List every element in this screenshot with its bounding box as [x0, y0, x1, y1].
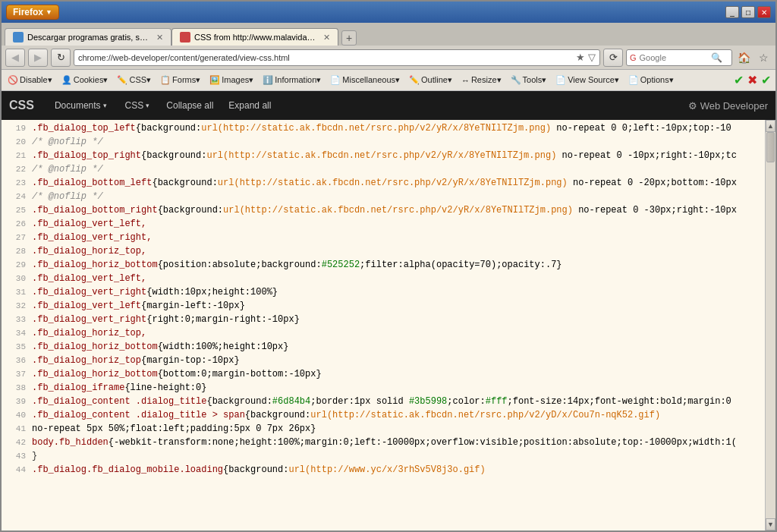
tab-2-favicon	[180, 32, 190, 42]
toolbar-view-source[interactable]: 📄 View Source▾	[554, 74, 621, 86]
tab-1[interactable]: Descargar programas gratis, software ...…	[5, 28, 171, 46]
bookmark-button[interactable]: ☆	[755, 49, 772, 66]
forward-button[interactable]: ▶	[28, 49, 48, 67]
scroll-thumb[interactable]	[766, 132, 775, 162]
css-toolbar-label: CSS	[9, 99, 34, 112]
code-line: 36.fb_dialog_horiz_top{margin-top:-10px}	[2, 354, 765, 367]
close-button[interactable]: ✕	[757, 6, 771, 18]
web-developer-label: ⚙ Web Developer	[688, 100, 768, 112]
line-content: .fb_dialog_vert_right,	[32, 231, 152, 244]
tools-icon: 🔧	[511, 75, 521, 85]
toolbar-tools[interactable]: 🔧 Tools▾	[509, 74, 549, 86]
line-content: .fb_dialog_horiz_bottom{width:100%;heigh…	[32, 340, 288, 354]
tools-label: Tools▾	[523, 75, 547, 85]
tab-bar: Descargar programas gratis, software ...…	[2, 23, 775, 46]
toolbar-information[interactable]: ℹ️ Information▾	[261, 74, 322, 86]
home-button[interactable]: 🏠	[735, 49, 752, 66]
line-content: .fb_dialog_horiz_top,	[32, 326, 146, 340]
address-bar: ◀ ▶ ↻ chrome://web-developer/content/gen…	[2, 46, 775, 70]
search-input[interactable]	[640, 53, 708, 62]
line-number: 21	[5, 149, 26, 162]
browser-window: Firefox _ □ ✕ Descargar programas gratis…	[0, 0, 777, 532]
toolbar-miscellaneous[interactable]: 📄 Miscellaneous▾	[329, 74, 401, 86]
scroll-track[interactable]	[766, 132, 775, 518]
tab-2[interactable]: CSS from http://www.malavida.com/ ✕	[171, 28, 338, 46]
resize-icon: ↔️	[461, 76, 470, 85]
line-number: 40	[5, 408, 26, 422]
code-line: 43}	[2, 449, 765, 463]
toolbar-disable[interactable]: 🚫 Disable▾	[6, 74, 54, 86]
line-number: 29	[5, 258, 26, 272]
line-content: }	[32, 449, 37, 463]
forms-label: Forms▾	[172, 75, 200, 85]
code-line: 29.fb_dialog_horiz_bottom{position:absol…	[2, 258, 765, 272]
line-content: .fb_dialog_bottom_right{background:url(h…	[32, 203, 737, 217]
search-engine-icon: G	[630, 53, 637, 62]
url-box[interactable]: chrome://web-developer/content/generated…	[74, 49, 600, 66]
scroll-down-button[interactable]: ▼	[766, 518, 775, 530]
line-number: 19	[5, 121, 26, 135]
reload-button[interactable]: ⟳	[603, 49, 623, 67]
line-content: .fb_dialog_vert_left,	[32, 272, 146, 285]
code-line: 37.fb_dialog_horiz_bottom{bottom:0;margi…	[2, 367, 765, 381]
back-button[interactable]: ◀	[5, 49, 25, 67]
toolbar-resize[interactable]: ↔️ Resize▾	[460, 74, 503, 86]
refresh-button[interactable]: ↻	[51, 49, 71, 67]
toolbar-cookies[interactable]: 👤 Cookies▾	[60, 74, 110, 86]
firefox-menu-button[interactable]: Firefox	[6, 5, 59, 20]
maximize-button[interactable]: □	[741, 6, 755, 18]
code-line: 20/* @noflip */	[2, 135, 765, 149]
toolbar-css[interactable]: ✏️ CSS▾	[115, 74, 153, 86]
css-menu-arrow-icon: ▾	[146, 102, 149, 109]
check-green-icon: ✔	[734, 73, 744, 87]
search-box[interactable]: G 🔍	[626, 49, 732, 66]
line-content: .fb_dialog_iframe{line-height:0}	[32, 381, 206, 395]
options-icon: 📄	[628, 75, 639, 85]
code-line: 38.fb_dialog_iframe{line-height:0}	[2, 381, 765, 395]
search-magnifier-icon[interactable]: 🔍	[711, 52, 722, 63]
new-tab-button[interactable]: +	[341, 30, 357, 46]
images-label: Images▾	[222, 75, 253, 85]
line-content: .fb_dialog_bottom_left{background:url(ht…	[32, 176, 737, 190]
tab-1-close[interactable]: ✕	[156, 33, 163, 42]
line-content: .fb_dialog_top_right{background:url(http…	[32, 149, 737, 162]
toolbar-outline[interactable]: ✏️ Outline▾	[407, 74, 454, 86]
scroll-up-button[interactable]: ▲	[766, 120, 775, 132]
css-label: CSS▾	[129, 75, 151, 85]
line-number: 25	[5, 203, 26, 217]
code-line: 25.fb_dialog_bottom_right{background:url…	[2, 203, 765, 217]
tab-1-favicon	[13, 32, 24, 42]
dev-toolbar: 🚫 Disable▾ 👤 Cookies▾ ✏️ CSS▾ 📋 Forms▾ 🖼…	[2, 70, 775, 91]
tab-2-close[interactable]: ✕	[323, 33, 330, 42]
css-toolbar-right: ⚙ Web Developer	[688, 100, 768, 112]
line-number: 44	[5, 463, 26, 477]
toolbar-forms[interactable]: 📋 Forms▾	[159, 74, 202, 86]
code-line: 33.fb_dialog_vert_right{right:0;margin-r…	[2, 313, 765, 326]
scrollbar[interactable]: ▲ ▼	[765, 120, 775, 530]
code-line: 22/* @noflip */	[2, 162, 765, 176]
line-content: .fb_dialog_vert_left,	[32, 217, 146, 231]
line-number: 30	[5, 272, 26, 285]
view-source-icon: 📄	[555, 75, 566, 85]
css-menu[interactable]: CSS ▾	[116, 94, 159, 117]
toolbar-images[interactable]: 🖼️ Images▾	[208, 74, 255, 86]
url-text: chrome://web-developer/content/generated…	[78, 53, 290, 62]
expand-all-button[interactable]: Expand all	[221, 97, 278, 114]
line-number: 31	[5, 285, 26, 299]
css-icon: ✏️	[117, 75, 127, 85]
code-line: 21.fb_dialog_top_right{background:url(ht…	[2, 149, 765, 162]
toolbar-options[interactable]: 📄 Options▾	[627, 74, 675, 86]
information-icon: ℹ️	[263, 75, 273, 85]
documents-menu[interactable]: Documents ▾	[46, 94, 116, 117]
line-content: .fb_dialog_horiz_bottom{position:absolut…	[32, 258, 562, 272]
code-line: 24/* @noflip */	[2, 190, 765, 203]
documents-arrow-icon: ▾	[103, 102, 107, 109]
resize-label: Resize▾	[471, 75, 502, 85]
minimize-button[interactable]: _	[725, 6, 739, 18]
line-number: 39	[5, 395, 26, 408]
miscellaneous-icon: 📄	[330, 75, 341, 85]
line-content: no-repeat 5px 50%;float:left;padding:5px…	[32, 422, 316, 436]
collapse-all-button[interactable]: Collapse all	[159, 97, 221, 114]
line-content: .fb_dialog.fb_dialog_mobile.loading{back…	[32, 463, 486, 477]
code-line: 42body.fb_hidden{-webkit-transform:none;…	[2, 436, 765, 449]
